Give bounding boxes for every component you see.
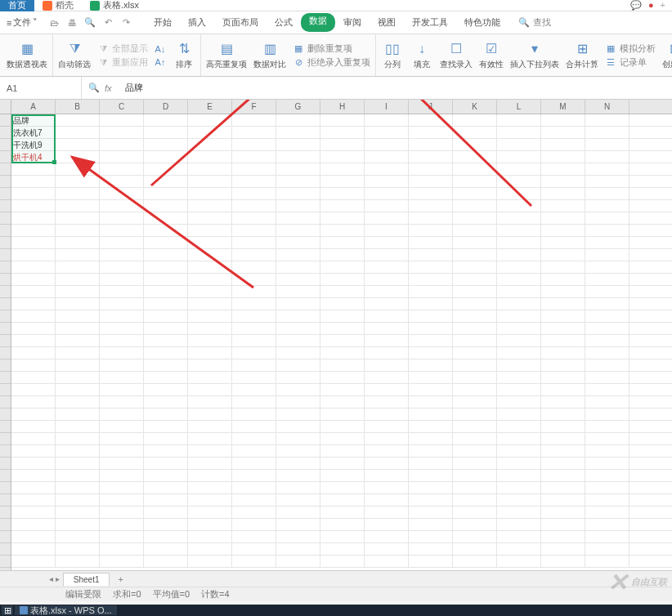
cell[interactable] <box>585 531 629 542</box>
cell[interactable] <box>188 151 232 163</box>
cells-area[interactable]: 品牌洗衣机7干洗机9烘干机4 <box>11 114 672 570</box>
cell[interactable] <box>497 396 541 408</box>
cell[interactable] <box>188 139 232 150</box>
cell[interactable] <box>409 494 453 506</box>
cell[interactable] <box>320 237 365 248</box>
cell[interactable]: 洗衣机7 <box>11 127 56 138</box>
cell[interactable] <box>365 225 409 236</box>
validity-button[interactable]: ☑ 有效性 <box>476 36 507 75</box>
cell[interactable] <box>11 396 56 408</box>
cell[interactable] <box>56 212 100 224</box>
cell[interactable] <box>365 421 409 432</box>
cell[interactable] <box>276 163 320 175</box>
cell[interactable] <box>276 458 320 469</box>
cell[interactable] <box>320 384 365 395</box>
cell[interactable] <box>320 310 365 322</box>
cell[interactable]: 干洗机9 <box>11 139 56 150</box>
cell[interactable] <box>365 433 409 444</box>
cell[interactable] <box>497 445 541 457</box>
row-header[interactable] <box>0 470 11 482</box>
cell[interactable] <box>188 261 232 273</box>
cell[interactable] <box>144 212 188 224</box>
cell[interactable] <box>11 212 56 224</box>
cell[interactable] <box>100 470 144 481</box>
row-header[interactable] <box>0 458 11 470</box>
cell[interactable] <box>144 163 188 175</box>
show-all-button[interactable]: ⧩全部显示 <box>97 42 148 55</box>
cell[interactable] <box>56 556 100 567</box>
cell[interactable] <box>11 310 56 322</box>
row-header[interactable] <box>0 347 11 359</box>
cell[interactable] <box>11 470 56 481</box>
cell[interactable] <box>11 519 56 530</box>
cell[interactable] <box>541 482 585 493</box>
cell[interactable] <box>497 114 541 126</box>
row-header[interactable] <box>0 323 11 335</box>
record-form-button[interactable]: ☰记录单 <box>605 56 656 69</box>
cell[interactable] <box>232 237 276 248</box>
cell[interactable] <box>365 212 409 224</box>
tab-features[interactable]: 特色功能 <box>456 13 508 32</box>
cell[interactable] <box>276 359 320 371</box>
cell[interactable] <box>453 433 497 444</box>
cell[interactable] <box>497 556 541 567</box>
cell[interactable] <box>56 237 100 248</box>
cell[interactable] <box>453 482 497 493</box>
cell[interactable] <box>541 163 585 175</box>
cell[interactable] <box>585 507 629 518</box>
cell[interactable] <box>144 507 188 518</box>
cell[interactable] <box>144 458 188 469</box>
cell[interactable] <box>276 310 320 322</box>
cell[interactable] <box>100 445 144 457</box>
cell[interactable] <box>585 543 629 555</box>
cell[interactable] <box>585 212 629 224</box>
cell[interactable] <box>320 507 365 518</box>
cell[interactable] <box>188 176 232 187</box>
cell[interactable] <box>497 249 541 261</box>
cell[interactable] <box>276 531 320 542</box>
row-header[interactable] <box>0 384 11 396</box>
cell[interactable] <box>188 408 232 420</box>
cell[interactable] <box>541 139 585 150</box>
cell[interactable] <box>453 335 497 346</box>
cell[interactable] <box>409 396 453 408</box>
cell[interactable] <box>585 470 629 481</box>
cell[interactable] <box>56 458 100 469</box>
cell[interactable] <box>100 274 144 285</box>
cell[interactable] <box>409 212 453 224</box>
cell[interactable] <box>409 507 453 518</box>
cell[interactable] <box>585 310 629 322</box>
cell[interactable] <box>453 286 497 297</box>
cell[interactable] <box>409 519 453 530</box>
cell[interactable] <box>232 359 276 371</box>
cell[interactable] <box>585 408 629 420</box>
cell[interactable] <box>409 188 453 199</box>
tab-data[interactable]: 数据 <box>301 13 335 32</box>
cell[interactable] <box>56 482 100 493</box>
cell[interactable] <box>232 408 276 420</box>
cell[interactable] <box>188 298 232 310</box>
cell[interactable] <box>497 470 541 481</box>
row-header[interactable] <box>0 396 11 408</box>
cell[interactable] <box>144 323 188 334</box>
cell[interactable] <box>320 249 365 261</box>
cell[interactable] <box>365 531 409 542</box>
cell[interactable] <box>585 347 629 359</box>
cell[interactable] <box>409 323 453 334</box>
cell[interactable] <box>320 286 365 297</box>
cell[interactable] <box>188 372 232 383</box>
row-header[interactable] <box>0 433 11 445</box>
cell[interactable] <box>320 445 365 457</box>
cell[interactable] <box>453 200 497 212</box>
row-header[interactable] <box>0 127 11 139</box>
cell[interactable] <box>365 274 409 285</box>
cell[interactable] <box>100 310 144 322</box>
cell[interactable] <box>541 310 585 322</box>
col-header-n[interactable]: N <box>585 100 629 114</box>
cell[interactable] <box>188 494 232 506</box>
cell[interactable] <box>497 507 541 518</box>
cell[interactable] <box>144 482 188 493</box>
cell[interactable] <box>188 458 232 469</box>
cell[interactable] <box>100 384 144 395</box>
cell[interactable] <box>497 323 541 334</box>
